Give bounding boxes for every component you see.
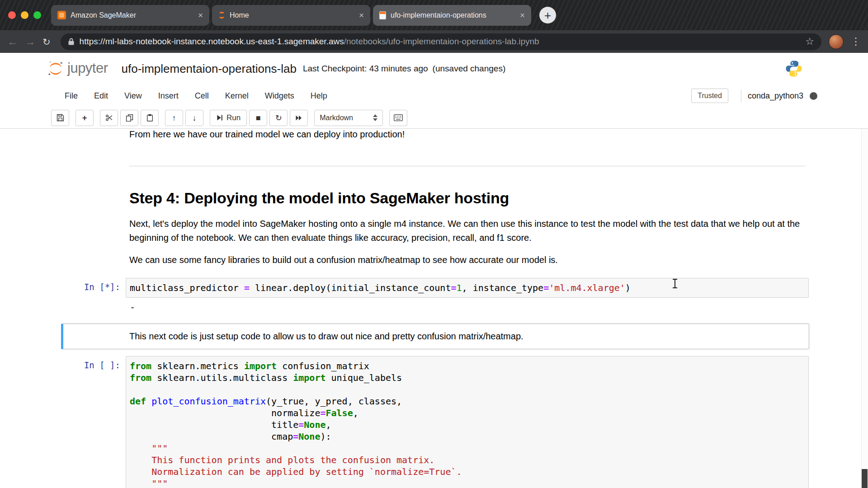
- cell-prompt: In [*]:: [63, 278, 126, 313]
- forward-icon[interactable]: →: [25, 37, 35, 47]
- paste-cell-button[interactable]: [141, 110, 159, 126]
- menu-help[interactable]: Help: [302, 91, 335, 101]
- tab-strip: Amazon SageMaker × Home × ufo-implementa…: [0, 0, 868, 30]
- restart-kernel-button[interactable]: ↻: [269, 110, 288, 126]
- menu-view[interactable]: View: [116, 91, 150, 101]
- close-tab-icon[interactable]: ×: [359, 11, 364, 19]
- notebook-content[interactable]: From here we have our trained model we c…: [0, 129, 868, 488]
- copy-cell-button[interactable]: [120, 110, 138, 126]
- copy-icon: [126, 114, 133, 122]
- code-editor[interactable]: multiclass_predictor = linear.deploy(ini…: [130, 282, 805, 294]
- interrupt-kernel-button[interactable]: ■: [249, 110, 267, 126]
- trusted-button[interactable]: Trusted: [691, 89, 728, 103]
- scrollbar-thumb[interactable]: [862, 469, 868, 488]
- add-cell-button[interactable]: +: [75, 110, 94, 126]
- command-palette-button[interactable]: [389, 110, 407, 126]
- kernel-separator: [741, 90, 741, 102]
- markdown-rendered: From here we have our trained model we c…: [126, 129, 809, 166]
- save-status: (unsaved changes): [433, 64, 506, 74]
- markdown-cell[interactable]: Step 4: Deploying the model into SageMak…: [61, 167, 809, 267]
- cell-body: This next code is just setup code to all…: [126, 324, 809, 349]
- move-cell-up-button[interactable]: ↑: [165, 110, 183, 126]
- address-bar[interactable]: https://ml-labs-notebook-instance.notebo…: [61, 33, 821, 50]
- mouse-cursor-ibeam: [672, 278, 678, 289]
- url-host: https://ml-labs-notebook-instance.notebo…: [80, 37, 344, 46]
- cell-prompt: [63, 167, 126, 267]
- menu-kernel[interactable]: Kernel: [217, 91, 257, 101]
- move-cell-down-button[interactable]: ↓: [185, 110, 203, 126]
- notebook-title[interactable]: ufo-implementaion-operations-lab: [122, 62, 297, 76]
- jupyter-logo[interactable]: jupyter: [47, 60, 108, 77]
- menu-insert[interactable]: Insert: [150, 91, 187, 101]
- menu-edit[interactable]: Edit: [86, 91, 116, 101]
- back-icon[interactable]: ←: [7, 37, 18, 47]
- lock-icon: [68, 38, 75, 46]
- run-label: Run: [226, 114, 241, 122]
- restart-run-all-button[interactable]: [290, 110, 308, 126]
- code-line: from sklearn.metrics import confusion_ma…: [130, 360, 805, 372]
- run-icon: [216, 114, 223, 121]
- menu-file[interactable]: File: [57, 91, 86, 101]
- save-button[interactable]: [51, 110, 69, 126]
- scrollbar-track[interactable]: [861, 129, 868, 488]
- markdown-p: This next code is just setup code to all…: [129, 329, 805, 343]
- tab-title: ufo-implementaion-operations: [391, 11, 515, 19]
- browser-profile-avatar[interactable]: [829, 34, 844, 49]
- macos-traffic-lights: [8, 11, 41, 19]
- kernel-name: conda_python3: [748, 91, 803, 101]
- markdown-cell[interactable]: From here we have our trained model we c…: [61, 129, 809, 167]
- cell-prompt: In [ ]:: [63, 356, 126, 488]
- minimize-window-button[interactable]: [21, 11, 28, 19]
- code-input-area[interactable]: from sklearn.metrics import confusion_ma…: [126, 356, 809, 488]
- cell-type-select[interactable]: Markdown: [314, 110, 383, 126]
- cell-body: multiclass_predictor = linear.deploy(ini…: [126, 278, 809, 313]
- cell-type-value: Markdown: [320, 114, 353, 122]
- code-input-area[interactable]: multiclass_predictor = linear.deploy(ini…: [126, 278, 809, 298]
- cut-icon: [105, 114, 113, 122]
- run-cell-button[interactable]: Run: [210, 110, 247, 126]
- jupyter-logo-text: jupyter: [67, 60, 108, 77]
- cell-prompt: [63, 129, 126, 166]
- cell-prompt: [63, 324, 126, 349]
- zoom-window-button[interactable]: [33, 11, 41, 19]
- code-editor[interactable]: from sklearn.metrics import confusion_ma…: [130, 360, 805, 488]
- markdown-rendered: Step 4: Deploying the model into SageMak…: [126, 189, 809, 267]
- tab-title: Home: [230, 11, 354, 19]
- jupyter-menu-bar: File Edit View Insert Cell Kernel Widget…: [0, 84, 868, 107]
- menu-widgets[interactable]: Widgets: [257, 91, 302, 101]
- paste-icon: [146, 114, 154, 122]
- code-line: title=None,: [130, 419, 805, 431]
- close-tab-icon[interactable]: ×: [520, 11, 525, 19]
- browser-window: Amazon SageMaker × Home × ufo-implementa…: [0, 0, 868, 488]
- url-text: https://ml-labs-notebook-instance.notebo…: [80, 37, 539, 47]
- code-cell[interactable]: In [*]:multiclass_predictor = linear.dep…: [61, 277, 809, 314]
- markdown-cell[interactable]: This next code is just setup code to all…: [61, 324, 809, 349]
- menu-cell[interactable]: Cell: [187, 91, 217, 101]
- close-tab-icon[interactable]: ×: [198, 11, 203, 19]
- close-window-button[interactable]: [8, 11, 16, 19]
- jupyter-logo-icon: [47, 60, 64, 77]
- code-line: [130, 384, 805, 395]
- tab-amazon-sagemaker[interactable]: Amazon SageMaker ×: [51, 5, 209, 26]
- tab-title: Amazon SageMaker: [71, 11, 193, 19]
- python-logo-icon: [785, 60, 803, 78]
- tab-home[interactable]: Home ×: [212, 5, 370, 26]
- menu-right-group: Trusted conda_python3: [691, 89, 817, 103]
- markdown-hr: [129, 166, 805, 166]
- markdown-p: From here we have our trained model we c…: [129, 129, 805, 141]
- reload-icon[interactable]: ↻: [42, 37, 51, 47]
- jupyter-toolbar: +: [0, 107, 868, 129]
- browser-nav-bar: ← → ↻ https://ml-labs-notebook-instance.…: [0, 30, 868, 53]
- fast-forward-icon: [295, 115, 302, 121]
- tab-ufo-implementaion-operations[interactable]: ufo-implementaion-operations ×: [373, 5, 531, 26]
- new-tab-button[interactable]: +: [539, 7, 556, 23]
- browser-menu-icon[interactable]: ⋮: [851, 37, 861, 47]
- browser-tabs: Amazon SageMaker × Home × ufo-implementa…: [51, 5, 531, 26]
- code-line: from sklearn.utils.multiclass import uni…: [130, 372, 805, 384]
- code-cell[interactable]: In [ ]:from sklearn.metrics import confu…: [61, 356, 809, 488]
- cut-cell-button[interactable]: [100, 110, 118, 126]
- cell-body: from sklearn.metrics import confusion_ma…: [126, 356, 809, 488]
- jupyter-header: jupyter ufo-implementaion-operations-lab…: [0, 53, 868, 84]
- bookmark-star-icon[interactable]: ☆: [805, 36, 814, 47]
- code-line: """: [130, 478, 805, 488]
